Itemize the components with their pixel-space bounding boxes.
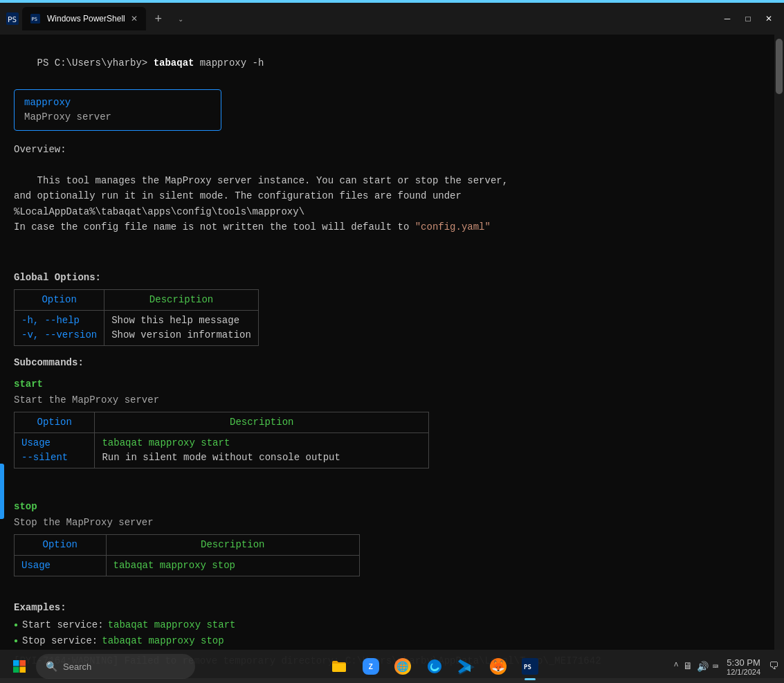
- example-1-cmd: tabaqat mapproxy start: [108, 618, 236, 632]
- scrollbar-thumb[interactable]: [776, 39, 783, 94]
- bullet-icon-1: ●: [14, 620, 18, 630]
- system-tray[interactable]: ^ 🖥 🔊 ⌨: [673, 661, 718, 673]
- stop-desc: Stop the MapProxy server: [14, 516, 770, 530]
- search-text: Search: [63, 662, 91, 672]
- tab-label: Windows PowerShell: [47, 14, 125, 24]
- taskbar-app-terminal[interactable]: PS: [515, 651, 545, 682]
- chevron-up-icon[interactable]: ^: [673, 662, 678, 671]
- maximize-button[interactable]: □: [738, 9, 758, 28]
- global-desc-col: Description: [104, 289, 259, 310]
- close-button[interactable]: ✕: [759, 9, 778, 28]
- prompt-text: PS C:\Users\yharby>: [37, 57, 148, 69]
- folder-icon: [331, 658, 347, 675]
- taskbar-apps: Z 🌐 🦊 PS: [198, 651, 671, 682]
- taskbar-app-firefox[interactable]: 🦊: [483, 651, 513, 682]
- overview-header: Overview:: [14, 142, 770, 157]
- edge-icon: [426, 658, 443, 675]
- config-yaml-text: "config.yaml": [415, 221, 491, 233]
- table-row: -h, --help -v, --version Show this help …: [15, 310, 259, 345]
- taskbar-search[interactable]: 🔍 Search: [36, 654, 195, 679]
- side-accent: [0, 464, 4, 519]
- start-table: Option Description Usage --silent tabaqa…: [14, 412, 429, 468]
- start-desc-col: Description: [95, 412, 429, 432]
- svg-text:PS: PS: [8, 15, 17, 24]
- global-option-col: Option: [15, 289, 104, 310]
- prompt-line-1: PS C:\Users\yharby> tabaqat mapproxy -h: [14, 42, 770, 85]
- global-desc-cell: Show this help message Show version info…: [104, 310, 259, 345]
- powershell-icon: PS: [6, 12, 19, 26]
- stop-desc-col: Description: [106, 534, 359, 555]
- svg-rect-5: [20, 660, 26, 666]
- examples-header: Examples:: [14, 601, 770, 615]
- clock[interactable]: 5:30 PM 12/1/2024: [724, 656, 763, 677]
- box-cmd-text: mapproxy: [24, 95, 211, 110]
- stop-option-col: Option: [15, 534, 107, 555]
- taskbar-app-edge[interactable]: [419, 651, 450, 682]
- example-2: ● Stop service: tabaqat mapproxy stop: [14, 634, 770, 648]
- stop-usage-val: tabaqat mapproxy stop: [106, 555, 359, 576]
- clock-date: 12/1/2024: [727, 668, 760, 676]
- taskbar: 🔍 Search Z 🌐: [0, 650, 784, 683]
- start-option-col: Option: [15, 412, 95, 432]
- display-icon[interactable]: 🖥: [683, 661, 693, 672]
- title-bar-controls: ─ □ ✕: [718, 9, 778, 28]
- tab-dropdown-button[interactable]: ⌄: [171, 9, 190, 28]
- notification-icon[interactable]: 🗨: [769, 661, 778, 672]
- svg-rect-6: [13, 667, 19, 673]
- cmd-tabaqat: tabaqat: [147, 57, 194, 69]
- box-desc-text: MapProxy server: [24, 110, 211, 125]
- subcommands-header: Subcommands:: [14, 356, 770, 370]
- stop-usage-label: Usage: [15, 555, 107, 576]
- svg-text:PS: PS: [32, 17, 37, 22]
- title-bar: PS PS Windows PowerShell ✕ + ⌄ ─ □ ✕: [0, 3, 784, 35]
- vscode-icon: [458, 658, 475, 675]
- overview-body: This tool manages the MapProxy server in…: [14, 157, 770, 250]
- example-1: ● Start service: tabaqat mapproxy start: [14, 618, 770, 632]
- scrollbar[interactable]: [774, 32, 784, 675]
- start-usage-label: Usage --silent: [15, 432, 95, 468]
- start-desc: Start the MapProxy server: [14, 393, 770, 408]
- global-opt-cell: -h, --help -v, --version: [15, 310, 104, 345]
- clock-time: 5:30 PM: [727, 657, 760, 668]
- terminal-icon: PS: [522, 658, 538, 675]
- example-2-prefix: Stop service:: [22, 634, 98, 648]
- search-icon: 🔍: [46, 661, 57, 673]
- svg-text:PS: PS: [524, 664, 531, 671]
- zoom-icon: Z: [363, 658, 379, 675]
- start-label: start: [14, 377, 770, 392]
- title-bar-left: PS PS Windows PowerShell ✕ + ⌄: [6, 7, 712, 30]
- cmd-mapproxy: mapproxy: [194, 57, 252, 69]
- browser-icon: 🌐: [394, 658, 411, 675]
- taskbar-app-zoom[interactable]: Z: [356, 651, 386, 682]
- mapproxy-box: mapproxy MapProxy server: [14, 89, 221, 131]
- global-options-header: Global Options:: [14, 271, 770, 285]
- taskbar-app-explorer[interactable]: [324, 651, 354, 682]
- stop-table: Option Description Usage tabaqat mapprox…: [14, 534, 360, 576]
- close-tab-icon[interactable]: ✕: [131, 14, 138, 24]
- start-button[interactable]: [6, 653, 33, 680]
- firefox-icon: 🦊: [490, 658, 507, 675]
- example-2-cmd: tabaqat mapproxy stop: [102, 634, 224, 648]
- start-usage-val: tabaqat mapproxy start Run in silent mod…: [95, 432, 429, 468]
- windows-logo-icon: [12, 659, 26, 673]
- taskbar-app-browser1[interactable]: 🌐: [388, 651, 418, 682]
- minimize-button[interactable]: ─: [718, 9, 737, 28]
- terminal-area: PS C:\Users\yharby> tabaqat mapproxy -h …: [0, 35, 784, 678]
- bullet-icon-2: ●: [14, 636, 18, 646]
- table-row: Usage --silent tabaqat mapproxy start Ru…: [15, 432, 429, 468]
- svg-rect-4: [13, 660, 19, 666]
- global-options-table: Option Description -h, --help -v, --vers…: [14, 289, 259, 346]
- taskbar-right: ^ 🖥 🔊 ⌨ 5:30 PM 12/1/2024 🗨: [673, 656, 778, 677]
- stop-label: stop: [14, 500, 770, 514]
- tab-powershell[interactable]: PS Windows PowerShell ✕: [22, 7, 146, 30]
- example-1-prefix: Start service:: [22, 618, 104, 632]
- cmd-flag: -h: [252, 57, 264, 69]
- keyboard-icon[interactable]: ⌨: [713, 661, 718, 673]
- taskbar-app-vscode[interactable]: [451, 651, 482, 682]
- new-tab-button[interactable]: +: [149, 9, 168, 28]
- volume-icon[interactable]: 🔊: [697, 661, 709, 673]
- table-row: Usage tabaqat mapproxy stop: [15, 555, 360, 576]
- svg-rect-7: [20, 667, 26, 673]
